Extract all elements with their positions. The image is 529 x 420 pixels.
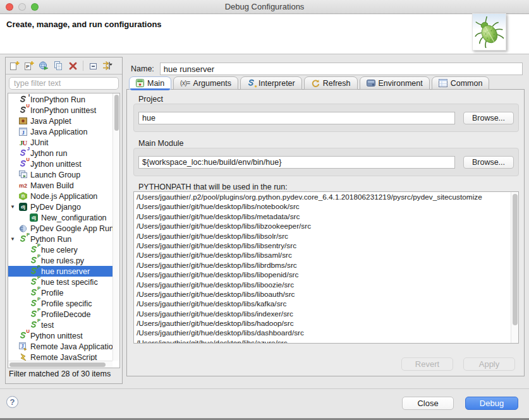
tree-vertical-scrollbar[interactable] — [112, 93, 119, 361]
tree-item-remote-javascript[interactable]: Remote JavaScript — [8, 352, 112, 361]
pythonpath-entry[interactable]: /Users/jgauthier/git/hue/desktop/libs/in… — [137, 309, 510, 319]
expand-arrow-icon[interactable]: ▼ — [10, 204, 15, 210]
tree-item-label: JUnit — [30, 138, 48, 147]
tree-item-label: Maven Build — [30, 181, 74, 190]
pythonpath-entry[interactable]: /Users/jgauthier/git/hue/desktop/libs/li… — [137, 251, 510, 260]
tree-item-hue-test-specific[interactable]: Phue test specific — [8, 277, 112, 287]
tree-item-python-unittest[interactable]: UPython unittest — [8, 330, 112, 341]
tree-item-python-run[interactable]: ▼PPython Run — [8, 234, 112, 244]
pythonpath-entry[interactable]: /Users/jgauthier/git/hue/desktop/libs/az… — [137, 339, 510, 343]
tree-item-label: PyDev Django — [30, 203, 81, 212]
tree-item-maven-build[interactable]: m2Maven Build — [8, 180, 112, 191]
tree-item-remote-java-application[interactable]: JRemote Java Application — [8, 341, 112, 352]
tab-refresh[interactable]: Refresh — [304, 76, 358, 90]
revert-button[interactable]: Revert — [401, 357, 453, 371]
apply-button[interactable]: Apply — [463, 357, 515, 371]
tree-item-java-application[interactable]: JJava Application — [8, 126, 112, 137]
remote-java-application-icon: J — [18, 342, 28, 351]
configuration-editor: Name: Main(x)=Arguments●InterpreterRefre… — [126, 57, 525, 385]
tree-item-ironpython-run[interactable]: IIronPython Run — [8, 94, 112, 105]
pythonpath-label: PYTHONPATH that will be used in the run: — [138, 183, 288, 191]
junit-icon: JU — [18, 138, 28, 147]
collapse-all-icon[interactable] — [88, 60, 99, 71]
tree-item-test[interactable]: Ptest — [8, 320, 112, 330]
tree-item-label: Java Application — [30, 128, 87, 136]
tree-item-pydev-google-app-run[interactable]: PyDev Google App Run — [8, 223, 112, 234]
pythonpath-entry[interactable]: /Users/jgauthier/git/hue/desktop/libs/li… — [137, 232, 510, 241]
duplicate-icon[interactable] — [52, 60, 64, 71]
filter-configurations-icon[interactable] — [102, 60, 114, 71]
titlebar[interactable]: Debug Configurations — [0, 0, 529, 14]
tree-item-pydev-django[interactable]: ▼djPyDev Django — [8, 201, 112, 212]
python-run-icon: P — [18, 235, 28, 244]
new-configuration-icon[interactable] — [9, 60, 20, 71]
pythonpath-entry[interactable]: /Users/jgauthier/git/hue/desktop/libs/li… — [137, 261, 510, 270]
tree-item-profiledecode[interactable]: PProfileDecode — [8, 309, 112, 320]
tab-label: Main — [147, 79, 164, 88]
pythonpath-entry[interactable]: /Users/jgauthier/git/hue/desktop/libs/ha… — [137, 319, 510, 328]
debug-button[interactable]: Debug — [465, 397, 518, 410]
main-module-group-label: Main Module — [138, 139, 184, 148]
tree-item-profile[interactable]: PProfile — [8, 287, 112, 298]
tree-item-profile-specific[interactable]: PProfile specific — [8, 298, 112, 309]
tree-item-ironpython-unittest[interactable]: UIronPython unittest — [8, 105, 112, 116]
tree-item-java-applet[interactable]: Java Applet — [8, 116, 112, 126]
close-window-icon[interactable] — [6, 3, 13, 11]
pythonpath-entry[interactable]: /Users/jgauthier/git/hue/desktop/libs/li… — [137, 290, 510, 299]
tree-item-label: Jython unittest — [30, 160, 82, 169]
name-input[interactable] — [160, 63, 523, 75]
pythonpath-entry[interactable]: /Users/jgauthier/git/hue/desktop/libs/ka… — [137, 299, 510, 309]
delete-icon[interactable] — [67, 60, 78, 71]
tree-item-hue-celery[interactable]: Phue celery — [8, 244, 112, 255]
pythonpath-entry[interactable]: /Users/jgauthier/git/hue/desktop/libs/me… — [137, 212, 510, 222]
project-input[interactable] — [138, 112, 455, 124]
tab-arguments[interactable]: (x)=Arguments — [173, 76, 238, 90]
ironpython-unittest-icon: U — [18, 106, 28, 115]
pythonpath-entry[interactable]: /Users/jgauthier/git/hue/desktop/libs/li… — [137, 222, 510, 231]
new-prototype-icon[interactable]: P — [23, 60, 35, 71]
tree-item-label: Profile specific — [41, 299, 92, 308]
tab-interpreter[interactable]: ●Interpreter — [240, 76, 302, 90]
help-button[interactable]: ? — [6, 396, 18, 408]
close-button[interactable]: Close — [402, 397, 454, 410]
tree-item-label: hue runserver — [41, 267, 90, 276]
expand-arrow-icon[interactable]: ▼ — [10, 236, 15, 242]
tree-item-jython-run[interactable]: JJython run — [8, 148, 112, 159]
tree-item-jython-unittest[interactable]: UJython unittest — [8, 159, 112, 169]
tree-horizontal-scrollbar[interactable] — [8, 361, 112, 368]
pythonpath-entry[interactable]: /Users/jgauthier/git/hue/desktop/libs/li… — [137, 241, 510, 251]
tree-item-label: Profile — [41, 289, 63, 297]
pythonpath-entry[interactable]: /Users/jgauthier/git/hue/desktop/libs/no… — [137, 202, 510, 212]
tab-label: Refresh — [323, 79, 351, 88]
pythonpath-entry[interactable]: /Users/jgauthier/git/hue/desktop/libs/da… — [137, 328, 510, 338]
arguments-tab-icon: (x)= — [180, 80, 190, 87]
tree-item-launch-group[interactable]: Launch Group — [8, 169, 112, 180]
tree-item-new-configuration[interactable]: djNew_configuration — [8, 212, 112, 223]
pythonpath-entry[interactable]: /Users/jgauthier/git/hue/desktop/libs/li… — [137, 280, 510, 290]
pythonpath-entry[interactable]: /Users/jgauthier/git/hue/desktop/libs/li… — [137, 270, 510, 280]
tab-environment[interactable]: Environment — [360, 76, 430, 90]
tree-item-node-js-application[interactable]: nNode.js Application — [8, 191, 112, 201]
filter-input[interactable] — [9, 77, 119, 90]
pythonpath-scrollbar[interactable] — [511, 192, 518, 343]
minimize-window-icon[interactable] — [18, 3, 26, 11]
tree-item-label: Remote JavaScript — [30, 353, 97, 361]
tree-item-hue-runserver[interactable]: Phue runserver — [8, 266, 112, 277]
jython-unittest-icon: U — [18, 160, 28, 169]
export-configurations-icon[interactable] — [38, 60, 49, 71]
zoom-window-icon[interactable] — [31, 3, 39, 11]
main-module-input[interactable] — [138, 156, 455, 169]
main-module-browse-button[interactable]: Browse... — [463, 156, 514, 169]
tab-main[interactable]: Main — [129, 76, 171, 90]
tab-common[interactable]: Common — [432, 76, 490, 90]
tree-item-label: Java Applet — [30, 117, 71, 126]
java-applet-icon — [18, 117, 28, 126]
tab-label: Environment — [379, 79, 423, 88]
tree-item-junit[interactable]: JUJUnit — [8, 137, 112, 148]
project-group: Browse... — [133, 104, 519, 132]
pythonpath-entry[interactable]: /Users/jgauthier/.p2/pool/plugins/org.py… — [137, 193, 510, 202]
project-browse-button[interactable]: Browse... — [463, 112, 514, 124]
project-group-label: Project — [138, 95, 163, 104]
main-module-group: Browse... — [133, 148, 519, 176]
tree-item-hue-rules-py[interactable]: Phue rules.py — [8, 255, 112, 266]
